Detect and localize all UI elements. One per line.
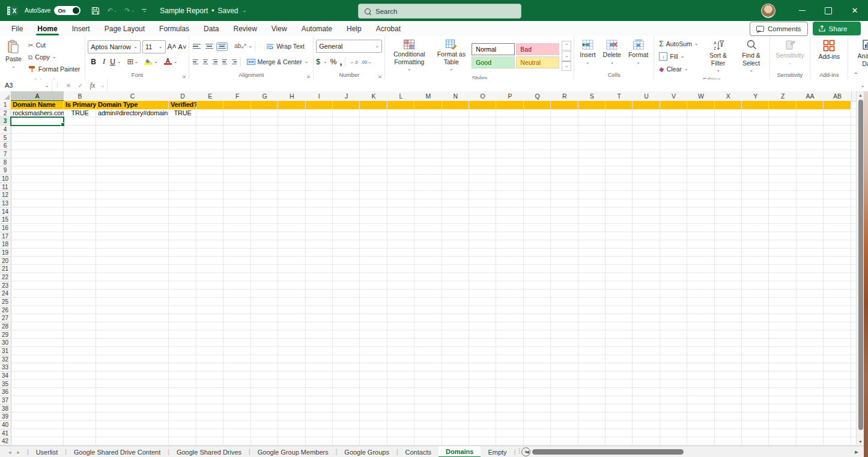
- fill-button[interactable]: ↓ Fill ⌄: [657, 50, 700, 62]
- increase-decimal-button[interactable]: ←.0: [350, 59, 358, 65]
- analyze-data-button[interactable]: Analyze Data: [851, 38, 868, 70]
- row-header-21[interactable]: 21: [0, 265, 10, 273]
- row-header-41[interactable]: 41: [0, 429, 10, 438]
- column-header-Z[interactable]: Z: [769, 91, 797, 100]
- format-as-table-button[interactable]: Format as Table ⌄: [432, 38, 470, 73]
- name-box[interactable]: A3: [0, 79, 42, 91]
- cells-area[interactable]: Domain NameIs Primary?Domain TypeVerifie…: [11, 101, 856, 446]
- merge-center-button[interactable]: Merge & Center ⌄: [244, 56, 311, 68]
- sheet-tab-empty[interactable]: Empty: [481, 446, 514, 457]
- conditional-formatting-button[interactable]: Conditional Formatting ⌄: [387, 38, 431, 73]
- font-family-select[interactable]: Aptos Narrow ⌄: [88, 40, 141, 53]
- align-left-button[interactable]: [192, 58, 199, 66]
- column-header-V[interactable]: V: [660, 91, 688, 100]
- sheet-nav-left-icon[interactable]: ◂: [8, 449, 11, 455]
- decrease-indent-button[interactable]: [221, 58, 228, 66]
- insert-function-icon[interactable]: fx: [86, 81, 99, 90]
- row-header-9[interactable]: 9: [0, 166, 10, 175]
- row-header-30[interactable]: 30: [0, 339, 10, 347]
- row-header-31[interactable]: 31: [0, 347, 10, 356]
- redo-button[interactable]: ↷ ⌄: [122, 5, 137, 16]
- row-header-27[interactable]: 27: [0, 314, 10, 322]
- minimize-button[interactable]: [789, 0, 815, 21]
- row-header-1[interactable]: 1: [0, 101, 10, 109]
- column-header-Y[interactable]: Y: [742, 91, 769, 100]
- row-header-6[interactable]: 6: [0, 142, 10, 150]
- ribbon-tab-acrobat[interactable]: Acrobat: [369, 22, 407, 35]
- row-header-32[interactable]: 32: [0, 356, 10, 364]
- vertical-scrollbar[interactable]: ▲ ▼: [856, 91, 864, 446]
- name-box-chevron-icon[interactable]: ⌄: [42, 83, 52, 88]
- cell-B1[interactable]: Is Primary?: [64, 101, 96, 109]
- cell-style-neutral[interactable]: Neutral: [516, 56, 559, 68]
- fill-color-button[interactable]: [143, 59, 153, 65]
- ribbon-tab-file[interactable]: File: [5, 22, 29, 35]
- expand-formula-bar-icon[interactable]: ⌄: [857, 83, 868, 88]
- row-header-36[interactable]: 36: [0, 388, 10, 396]
- sort-filter-button[interactable]: A Z Sort & Filter ⌄: [702, 38, 735, 75]
- sheet-tab-userlist[interactable]: Userlist: [29, 446, 65, 457]
- bold-button[interactable]: B: [88, 57, 99, 67]
- active-cell-selection[interactable]: [10, 117, 64, 126]
- vertical-scrollbar-thumb[interactable]: [858, 100, 863, 430]
- scroll-left-button[interactable]: ◀: [524, 450, 531, 455]
- italic-button[interactable]: I: [100, 56, 108, 67]
- column-header-S[interactable]: S: [578, 91, 606, 100]
- row-header-18[interactable]: 18: [0, 240, 10, 249]
- paste-button[interactable]: Paste ⌄: [2, 38, 25, 76]
- column-header-J[interactable]: J: [333, 91, 360, 100]
- row-header-12[interactable]: 12: [0, 191, 10, 199]
- copy-button[interactable]: ⧉ Copy ⌄: [26, 51, 82, 63]
- ribbon-tab-formulas[interactable]: Formulas: [153, 22, 196, 35]
- column-header-K[interactable]: K: [360, 91, 387, 100]
- comments-button[interactable]: Comments: [750, 22, 808, 36]
- collapse-ribbon-button[interactable]: ⌃: [854, 71, 858, 78]
- row-header-20[interactable]: 20: [0, 257, 10, 265]
- wrap-text-button[interactable]: Wrap Text: [264, 40, 307, 52]
- increase-indent-button[interactable]: [231, 58, 238, 66]
- cell-C2[interactable]: admin#directory#domain: [96, 109, 169, 118]
- scroll-right-button[interactable]: ▶: [853, 450, 860, 455]
- cell-D1[interactable]: Verified?: [169, 101, 196, 109]
- decrease-font-size-button[interactable]: A˅: [178, 43, 187, 50]
- underline-button[interactable]: U: [109, 57, 117, 67]
- row-header-22[interactable]: 22: [0, 273, 10, 282]
- column-header-X[interactable]: X: [715, 91, 742, 100]
- ribbon-tab-help[interactable]: Help: [340, 22, 368, 35]
- column-header-O[interactable]: O: [469, 91, 497, 100]
- row-header-15[interactable]: 15: [0, 216, 10, 224]
- column-header-F[interactable]: F: [223, 91, 251, 100]
- cut-button[interactable]: ✂ Cut: [26, 39, 82, 51]
- share-button[interactable]: Share ⌄: [813, 22, 861, 35]
- column-header-I[interactable]: I: [306, 91, 333, 100]
- column-header-W[interactable]: W: [687, 91, 715, 100]
- row-header-11[interactable]: 11: [0, 183, 10, 192]
- row-header-2[interactable]: 2: [0, 109, 10, 118]
- user-avatar[interactable]: [761, 4, 775, 18]
- maximize-button[interactable]: [815, 0, 842, 21]
- fill-handle[interactable]: [61, 123, 65, 127]
- cell-D2[interactable]: TRUE: [169, 109, 196, 118]
- align-right-button[interactable]: [211, 58, 219, 66]
- column-header-T[interactable]: T: [605, 91, 633, 100]
- sensitivity-button[interactable]: Sensitivity ⌄: [772, 38, 807, 70]
- row-header-25[interactable]: 25: [0, 298, 10, 306]
- cell-style-normal[interactable]: Normal: [472, 43, 515, 55]
- select-all-button[interactable]: [0, 91, 11, 101]
- row-header-24[interactable]: 24: [0, 289, 10, 298]
- ribbon-tab-page-layout[interactable]: Page Layout: [98, 22, 151, 35]
- row-header-13[interactable]: 13: [0, 199, 10, 208]
- font-size-select[interactable]: 11 ⌄: [142, 40, 166, 53]
- row-header-37[interactable]: 37: [0, 396, 10, 405]
- row-header-7[interactable]: 7: [0, 150, 10, 159]
- column-header-AA[interactable]: AA: [797, 91, 824, 100]
- gallery-more-button[interactable]: ⌄: [562, 61, 571, 71]
- insert-cells-button[interactable]: Insert ⌄: [577, 38, 598, 70]
- row-header-42[interactable]: 42: [0, 437, 10, 446]
- document-title[interactable]: Sample Report • Saved ⌄: [160, 7, 246, 15]
- row-header-10[interactable]: 10: [0, 175, 10, 183]
- excel-app-icon[interactable]: X: [7, 5, 19, 16]
- formula-input[interactable]: [107, 79, 857, 91]
- row-header-17[interactable]: 17: [0, 232, 10, 241]
- column-header-U[interactable]: U: [633, 91, 660, 100]
